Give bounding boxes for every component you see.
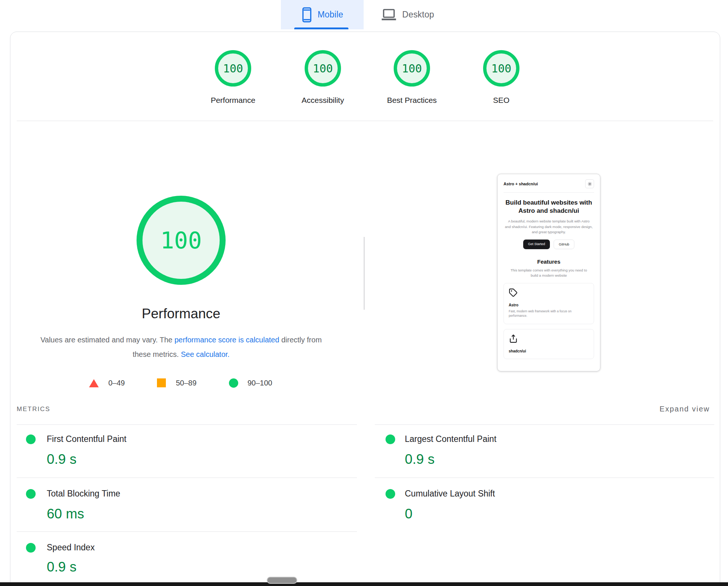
preview-site-title: Astro + shadcn/ui: [504, 182, 538, 186]
score-circle-accessibility: 100: [305, 50, 341, 87]
legend-fail-triangle-icon: [89, 379, 99, 387]
metric-value-cls: 0: [405, 506, 413, 522]
preview-features-heading: Features: [504, 258, 594, 265]
score-value: 100: [223, 62, 243, 75]
metric-value-tbt: 60 ms: [47, 506, 84, 522]
smartphone-icon: [301, 7, 312, 23]
preview-hero-heading: Build beautiful websites with Astro and …: [504, 199, 594, 215]
tag-icon: [509, 288, 518, 297]
metric-row-divider: [17, 424, 357, 425]
score-circle-performance: 100: [215, 50, 251, 87]
performance-gauge-score: 100: [160, 227, 202, 254]
disclaimer-text: Values are estimated and may vary. The: [40, 336, 174, 344]
legend-average-square-icon: [157, 378, 166, 387]
tab-desktop-label: Desktop: [402, 10, 434, 20]
category-label-performance[interactable]: Performance: [185, 96, 281, 105]
metric-value-speed-index: 0.9 s: [47, 559, 76, 575]
score-value: 100: [313, 62, 333, 75]
metric-name-fcp: First Contentful Paint: [47, 434, 127, 444]
legend-pass-circle-icon: [229, 378, 238, 388]
preview-site-header: Astro + shadcn/ui: [504, 179, 594, 193]
metric-name-speed-index: Speed Index: [47, 543, 95, 553]
preview-features-text: This template comes with everything you …: [504, 268, 594, 278]
pagespeed-report: Mobile Desktop 100 100 100 100 Performan…: [0, 0, 728, 586]
final-screenshot-thumbnail[interactable]: Astro + shadcn/ui Build beautiful websit…: [497, 174, 600, 371]
laptop-icon: [381, 8, 397, 22]
preview-feature-card-astro: Astro Fast, modern web framework with a …: [504, 283, 594, 324]
preview-feature-title: shadcn/ui: [509, 349, 589, 353]
category-label-best-practices[interactable]: Best Practices: [364, 96, 460, 105]
calculated-link[interactable]: performance score is calculated: [174, 336, 279, 344]
bottom-dark-bar: [0, 582, 728, 586]
preview-feature-card-shadcn: shadcn/ui: [504, 329, 594, 359]
column-divider: [364, 237, 365, 310]
metric-pass-dot-icon: [26, 434, 36, 444]
tab-mobile-active-indicator: [294, 27, 348, 29]
legend-pass-range: 90–100: [247, 379, 272, 387]
legend-average-range: 50–89: [176, 379, 197, 387]
metric-row-divider: [375, 424, 714, 425]
legend-fail-range: 0–49: [108, 379, 125, 387]
score-circle-seo: 100: [483, 50, 519, 87]
share-icon: [509, 334, 518, 344]
tab-mobile[interactable]: Mobile: [281, 0, 364, 29]
preview-hero-buttons: Get Started GitHub: [504, 240, 594, 249]
preview-github-button: GitHub: [554, 240, 574, 249]
metric-name-lcp: Largest Contentful Paint: [405, 434, 496, 444]
metric-row-divider: [17, 478, 357, 478]
horizontal-scrollbar-thumb[interactable]: [267, 577, 297, 584]
preview-feature-text: Fast, modern web framework with a focus …: [509, 309, 589, 318]
metric-pass-dot-icon: [386, 434, 395, 444]
metric-name-tbt: Total Blocking Time: [47, 489, 120, 499]
expand-view-button[interactable]: Expand view: [660, 405, 710, 413]
preview-get-started-button: Get Started: [523, 240, 550, 249]
score-disclaimer: Values are estimated and may vary. The p…: [40, 333, 322, 362]
metric-pass-dot-icon: [26, 489, 36, 499]
metric-row-divider: [17, 531, 357, 532]
section-divider: [17, 121, 713, 121]
category-label-accessibility[interactable]: Accessibility: [275, 96, 371, 105]
score-circle-best-practices: 100: [394, 50, 430, 87]
tab-desktop[interactable]: Desktop: [367, 0, 448, 29]
performance-gauge: 100: [137, 196, 226, 285]
metric-name-cls: Cumulative Layout Shift: [405, 489, 495, 499]
metric-value-fcp: 0.9 s: [47, 452, 76, 467]
metrics-heading: METRICS: [17, 406, 50, 413]
score-value: 100: [402, 62, 422, 75]
tab-mobile-label: Mobile: [318, 10, 343, 20]
theme-toggle-button: [585, 179, 594, 188]
metric-pass-dot-icon: [386, 489, 395, 499]
performance-section-title: Performance: [47, 306, 315, 322]
metric-row-divider: [375, 478, 714, 478]
sun-icon: [588, 182, 592, 186]
metric-pass-dot-icon: [26, 543, 36, 553]
preview-feature-title: Astro: [509, 303, 589, 307]
score-value: 100: [491, 62, 511, 75]
preview-hero-text: A beautiful, modern website template bui…: [504, 219, 594, 235]
metric-value-lcp: 0.9 s: [405, 452, 434, 467]
category-label-seo[interactable]: SEO: [453, 96, 550, 105]
see-calculator-link[interactable]: See calculator.: [181, 350, 229, 358]
